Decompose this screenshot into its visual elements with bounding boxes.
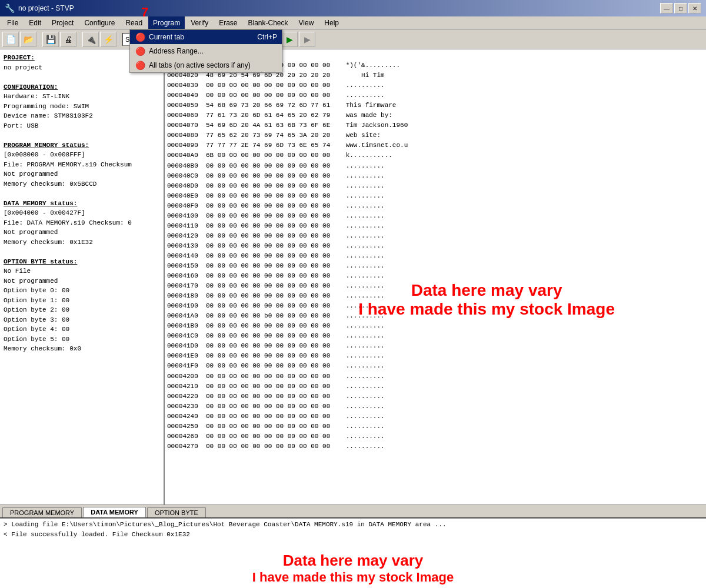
opt-line-2: Option byte 0: 00 (4, 286, 160, 296)
menu-view[interactable]: View (294, 16, 319, 29)
main-content: PROJECT: no project CONFIGURATION: Hardw… (0, 49, 706, 505)
menu-edit[interactable]: Edit (24, 16, 46, 29)
all-tabs-label: All tabs (on active sectors if any) (149, 61, 251, 69)
config-title: CONFIGURATION: (4, 82, 160, 92)
opt-line-4: Option byte 2: 00 (4, 305, 160, 315)
menu-verify[interactable]: Verify (186, 16, 213, 29)
opt-line-5: Option byte 3: 00 (4, 315, 160, 325)
toolbar-save[interactable]: 💾 (42, 32, 59, 47)
menu-read[interactable]: Read (121, 16, 147, 29)
config-line-1: Programming mode: SWIM (4, 102, 160, 112)
option-byte-section: OPTION BYTE status: No File Not programm… (4, 257, 160, 354)
current-tab-shortcut: Ctrl+P (257, 33, 277, 41)
config-line-3: Port: USB (4, 121, 160, 131)
toolbar-new[interactable]: 📄 (2, 32, 19, 47)
log-line-0: > Loading file E:\Users\timon\Pictures\_… (4, 520, 702, 530)
log-panel: > Loading file E:\Users\timon\Pictures\_… (0, 517, 706, 588)
menu-program[interactable]: Program (148, 16, 185, 29)
toolbar-separator-1 (39, 33, 40, 46)
hex-content: 00004010 1E 00 00 00 00 00 00 00 00 00 0… (165, 49, 706, 463)
maximize-button[interactable]: □ (674, 3, 687, 14)
opt-line-1: Not programmed (4, 276, 160, 286)
close-button[interactable]: ✕ (688, 3, 701, 14)
prog-mem-line-3: Memory checksum: 0x5BCCD (4, 179, 160, 189)
prog-mem-title: PROGRAM MEMORY status: (4, 141, 160, 151)
app-icon: 🔧 (5, 4, 15, 13)
tab-data-memory[interactable]: DATA MEMORY (83, 507, 146, 517)
option-byte-title: OPTION BYTE status: (4, 257, 160, 267)
hex-panel: 00004010 1E 00 00 00 00 00 00 00 00 00 0… (165, 49, 706, 505)
tabs-bar: PROGRAM MEMORY DATA MEMORY OPTION BYTE (0, 505, 706, 517)
toolbar-grey[interactable]: ▶ (299, 32, 315, 47)
program-all-tabs[interactable]: 🔴 All tabs (on active sectors if any) (130, 58, 282, 72)
config-line-0: Hardware: ST-LINK (4, 92, 160, 102)
log-annotation-line1: Data here may vary (0, 552, 706, 570)
tab-program-memory[interactable]: PROGRAM MEMORY (2, 507, 82, 517)
toolbar-connect[interactable]: 🔌 (82, 32, 99, 47)
opt-line-3: Option byte 1: 00 (4, 296, 160, 306)
toolbar: 📄 📂 💾 🖨 🔌 ⚡ ▶ ⏹ 🔄 ⏭ ▶ ▶ ▶ ▶ (0, 29, 706, 49)
program-memory-section: PROGRAM MEMORY status: [0x008000 - 0x008… (4, 141, 160, 199)
data-mem-line-2: Not programmed (4, 228, 160, 238)
all-tabs-icon: 🔴 (135, 61, 145, 70)
address-range-icon: 🔴 (135, 46, 145, 56)
window-controls: — □ ✕ (660, 3, 701, 14)
prog-mem-line-2: Not programmed (4, 169, 160, 179)
left-panel: PROJECT: no project CONFIGURATION: Hardw… (0, 49, 165, 505)
data-mem-title: DATA MEMORY status: (4, 199, 160, 209)
current-tab-label: Current tab (149, 33, 184, 41)
menu-file[interactable]: File (2, 16, 23, 29)
menu-configure[interactable]: Configure (79, 16, 119, 29)
title-bar: 🔧 no project - STVP — □ ✕ (0, 0, 706, 16)
tab-option-byte[interactable]: OPTION BYTE (147, 507, 206, 517)
log-annotation-line2: I have made this my stock Image (0, 570, 706, 585)
toolbar-disconnect[interactable]: ⚡ (100, 32, 116, 47)
program-dropdown-menu: 🔴 Current tab Ctrl+P 🔴 Address Range... … (129, 29, 282, 73)
window-title: no project - STVP (18, 4, 660, 12)
log-annotation: Data here may vary I have made this my s… (0, 552, 706, 585)
minimize-button[interactable]: — (660, 3, 673, 14)
menu-help[interactable]: Help (319, 16, 344, 29)
data-memory-section: DATA MEMORY status: [0x004000 - 0x00427F… (4, 199, 160, 257)
menu-blank-check[interactable]: Blank-Check (244, 16, 293, 29)
opt-line-0: No File (4, 266, 160, 276)
prog-mem-line-0: [0x008000 - 0x008FFF] (4, 150, 160, 160)
configuration-section: CONFIGURATION: Hardware: ST-LINK Program… (4, 82, 160, 141)
menu-project[interactable]: Project (47, 16, 78, 29)
data-mem-line-0: [0x004000 - 0x00427F] (4, 208, 160, 218)
log-line-1: < File successfully loaded. File Checksu… (4, 530, 702, 540)
current-tab-icon: 🔴 (135, 32, 145, 42)
data-mem-line-3: Memory checksum: 0x1E32 (4, 238, 160, 248)
toolbar-open[interactable]: 📂 (20, 32, 36, 47)
prog-mem-line-1: File: PROGRAM MEMORY.s19 Checksum (4, 160, 160, 170)
toolbar-another[interactable]: ▶ (281, 32, 298, 47)
menu-bar: File Edit Project Configure Read Program… (0, 16, 706, 29)
opt-line-6: Option byte 4: 00 (4, 325, 160, 335)
data-mem-line-1: File: DATA MEMORY.s19 Checksum: 0 (4, 218, 160, 228)
address-range-label: Address Range... (149, 47, 204, 55)
opt-line-8: Memory checksum: 0x0 (4, 344, 160, 354)
program-address-range[interactable]: 🔴 Address Range... (130, 44, 282, 58)
toolbar-separator-2 (79, 33, 80, 46)
toolbar-print[interactable]: 🖨 (60, 32, 76, 47)
toolbar-separator-3 (119, 33, 120, 46)
config-line-2: Device name: STM8S103F2 (4, 111, 160, 121)
program-current-tab[interactable]: 🔴 Current tab Ctrl+P (130, 30, 282, 44)
menu-erase[interactable]: Erase (214, 16, 242, 29)
opt-line-7: Option byte 5: 00 (4, 335, 160, 345)
